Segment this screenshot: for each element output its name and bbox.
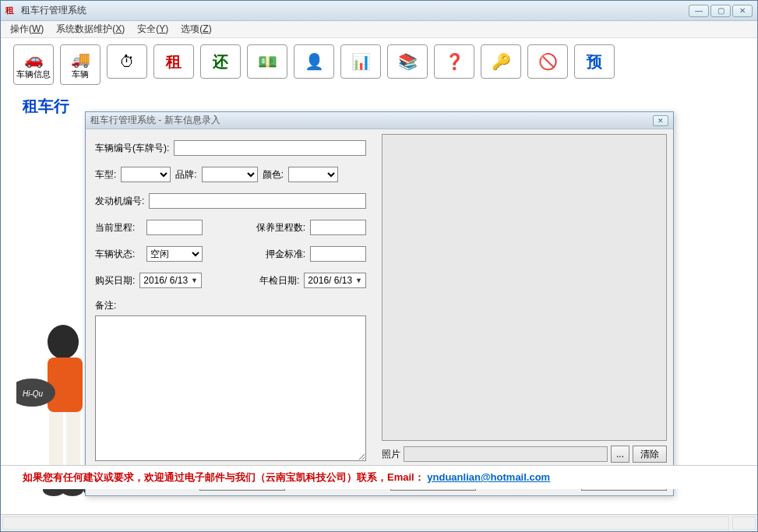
brand-label: 品牌: xyxy=(175,168,196,181)
key-icon: 🔑 xyxy=(492,52,511,71)
svg-text:Hi-Qu: Hi-Qu xyxy=(23,389,44,398)
vehicle-no-input[interactable] xyxy=(174,140,366,156)
contact-email-link[interactable]: ynduanlian@hotmail.com xyxy=(427,471,550,483)
maximize-button[interactable]: ▢ xyxy=(710,5,731,17)
tool-return[interactable]: 还 xyxy=(200,44,241,79)
tool-key[interactable]: 🔑 xyxy=(481,44,521,79)
photo-label: 照片 xyxy=(382,448,400,461)
clock-icon: ⏱ xyxy=(119,53,135,71)
browse-button[interactable]: ... xyxy=(611,446,629,463)
deposit-label: 押金标准: xyxy=(266,248,305,261)
app-title: 租车行 xyxy=(23,96,69,117)
buy-date-label: 购买日期: xyxy=(95,274,135,287)
tool-books[interactable]: 📚 xyxy=(387,44,428,79)
menubar: 操作(W) 系统数据维护(X) 安全(Y) 选项(Z) xyxy=(1,21,757,38)
vehicle-no-label: 车辆编号(车牌号): xyxy=(95,142,169,155)
dialog-photo-panel: 照片 ... 清除 xyxy=(375,129,673,467)
color-label: 颜色: xyxy=(263,168,284,181)
buy-date-picker[interactable]: 2016/ 6/13 ▼ xyxy=(139,273,202,288)
menu-system-data[interactable]: 系统数据维护(X) xyxy=(50,21,131,37)
maint-mileage-label: 保养里程数: xyxy=(256,221,305,234)
chevron-down-icon: ▼ xyxy=(355,277,362,284)
main-content: 🚗 车辆信息 🚚 车辆 ⏱ 租 还 💵 👤 📊 📚 ❓ 🔑 🚫 预 租车行 xyxy=(1,38,757,513)
tool-rent[interactable]: 租 xyxy=(153,44,194,79)
maint-mileage-input[interactable] xyxy=(310,220,366,235)
status-cell xyxy=(732,516,756,530)
chevron-down-icon: ▼ xyxy=(191,277,198,284)
dialog-close-button[interactable]: ✕ xyxy=(653,115,668,126)
car-icon: 🚗 xyxy=(24,50,44,69)
truck-icon: 🚚 xyxy=(71,50,90,69)
return-icon: 还 xyxy=(213,51,228,72)
status-label: 车辆状态: xyxy=(95,248,142,261)
tool-label: 车辆 xyxy=(72,69,89,80)
dialog-title: 租车行管理系统 - 新车信息录入 xyxy=(90,114,653,127)
books-icon: 📚 xyxy=(398,52,418,71)
engine-label: 发动机编号: xyxy=(95,195,144,208)
status-select[interactable]: 空闲 xyxy=(146,246,203,262)
color-select[interactable] xyxy=(288,167,338,182)
tool-report[interactable]: 📊 xyxy=(340,44,381,79)
mileage-label: 当前里程: xyxy=(95,221,142,234)
statusbar xyxy=(1,514,757,531)
help-icon: ❓ xyxy=(445,52,464,71)
stop-icon: 🚫 xyxy=(538,52,558,71)
brand-select[interactable] xyxy=(202,167,258,182)
notes-label: 备注: xyxy=(95,299,116,312)
main-titlebar: 租 租车行管理系统 — ▢ ✕ xyxy=(1,1,757,21)
main-window: 租 租车行管理系统 — ▢ ✕ 操作(W) 系统数据维护(X) 安全(Y) 选项… xyxy=(0,0,758,532)
tool-label: 车辆信息 xyxy=(16,69,51,80)
dialog-form-panel: 车辆编号(车牌号): 车型: 品牌: 颜色: 发动机编号: xyxy=(86,129,375,467)
user-icon: 👤 xyxy=(305,52,324,71)
window-title: 租车行管理系统 xyxy=(21,4,689,17)
photo-preview xyxy=(382,134,667,441)
minimize-button[interactable]: — xyxy=(689,5,709,17)
close-button[interactable]: ✕ xyxy=(732,5,753,17)
mileage-input[interactable] xyxy=(146,220,203,235)
inspect-date-picker[interactable]: 2016/ 6/13 ▼ xyxy=(304,273,366,288)
dialog-titlebar: 租车行管理系统 - 新车信息录入 ✕ xyxy=(86,112,673,129)
photo-path-display xyxy=(404,446,608,462)
tool-user[interactable]: 👤 xyxy=(294,44,334,79)
toolbar: 🚗 车辆信息 🚚 车辆 ⏱ 租 还 💵 👤 📊 📚 ❓ 🔑 🚫 预 xyxy=(1,38,757,85)
tool-clock[interactable]: ⏱ xyxy=(107,44,147,79)
new-vehicle-dialog: 租车行管理系统 - 新车信息录入 ✕ 车辆编号(车牌号): 车型: 品牌: 颜色… xyxy=(85,111,674,496)
engine-input[interactable] xyxy=(149,193,366,209)
menu-options[interactable]: 选项(Z) xyxy=(175,21,217,37)
menu-security[interactable]: 安全(Y) xyxy=(131,21,175,37)
notes-textarea[interactable] xyxy=(95,315,366,461)
type-select[interactable] xyxy=(121,167,171,182)
svg-point-0 xyxy=(48,325,79,359)
app-icon: 租 xyxy=(5,5,18,17)
svg-rect-1 xyxy=(48,358,83,412)
tool-vehicle-info[interactable]: 🚗 车辆信息 xyxy=(13,44,54,85)
tool-help[interactable]: ❓ xyxy=(434,44,474,79)
clear-photo-button[interactable]: 清除 xyxy=(633,446,667,463)
status-cell xyxy=(2,516,729,530)
tool-vehicle[interactable]: 🚚 车辆 xyxy=(60,44,100,85)
footer-message: 如果您有任何建议或要求，欢迎通过电子邮件与我们（云南宝凯科技公司）联系，Emai… xyxy=(1,465,757,489)
type-label: 车型: xyxy=(95,168,116,181)
menu-operation[interactable]: 操作(W) xyxy=(4,21,50,37)
money-icon: 💵 xyxy=(258,52,277,71)
deposit-input[interactable] xyxy=(310,246,366,262)
chart-icon: 📊 xyxy=(351,52,371,71)
tool-reserve[interactable]: 预 xyxy=(574,44,615,79)
tool-stop[interactable]: 🚫 xyxy=(527,44,568,79)
reserve-icon: 预 xyxy=(587,51,602,72)
rent-icon: 租 xyxy=(166,51,182,72)
inspect-date-label: 年检日期: xyxy=(259,274,299,287)
tool-money[interactable]: 💵 xyxy=(247,44,287,79)
